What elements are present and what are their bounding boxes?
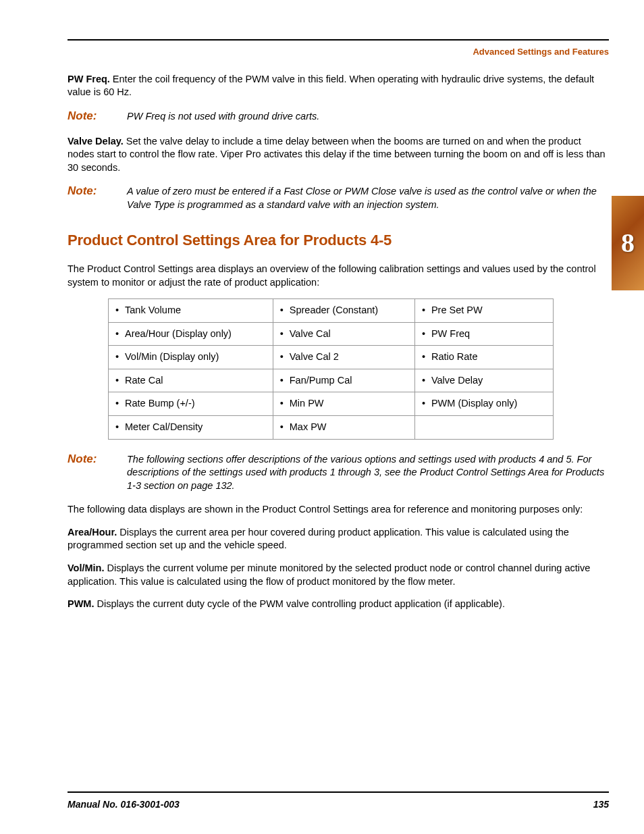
table-cell: Spreader (Constant) bbox=[273, 299, 414, 323]
table-cell: Min PW bbox=[273, 392, 414, 416]
note-text: The following sections offer description… bbox=[127, 452, 609, 493]
table-row: Vol/Min (Display only) Valve Cal 2 Ratio… bbox=[109, 346, 554, 369]
area-hour-text: Displays the current area per hour cover… bbox=[68, 527, 569, 551]
pw-freq-label: PW Freq. bbox=[68, 74, 110, 84]
settings-table: Tank Volume Spreader (Constant) Pre Set … bbox=[108, 298, 554, 439]
table-cell: Area/Hour (Display only) bbox=[109, 322, 273, 346]
note-label: Note: bbox=[68, 109, 127, 124]
note-text: A value of zero must be entered if a Fas… bbox=[127, 184, 609, 211]
display-intro-paragraph: The following data displays are shown in… bbox=[68, 503, 609, 517]
intro-paragraph: The Product Control Settings area displa… bbox=[68, 263, 609, 289]
header-rule bbox=[68, 39, 609, 41]
header-title: Advanced Settings and Features bbox=[68, 46, 609, 58]
footer-rule bbox=[68, 791, 609, 793]
pwm-label: PWM. bbox=[68, 598, 94, 609]
table-cell: Rate Cal bbox=[109, 369, 273, 392]
pwm-text: Displays the current duty cycle of the P… bbox=[94, 598, 504, 609]
pwm-paragraph: PWM. Displays the current duty cycle of … bbox=[68, 598, 609, 611]
table-cell: Tank Volume bbox=[109, 299, 273, 323]
valve-delay-label: Valve Delay. bbox=[68, 136, 124, 147]
valve-delay-paragraph: Valve Delay. Set the valve delay to incl… bbox=[68, 135, 609, 175]
note-pw-freq: Note: PW Freq is not used with ground dr… bbox=[68, 109, 609, 124]
table-cell: PWM (Display only) bbox=[414, 392, 553, 416]
table-cell: Rate Bump (+/-) bbox=[109, 392, 273, 416]
note-valve-delay: Note: A value of zero must be entered if… bbox=[68, 184, 609, 211]
chapter-tab: 8 bbox=[612, 196, 644, 290]
vol-min-paragraph: Vol/Min. Displays the current volume per… bbox=[68, 562, 609, 588]
pw-freq-paragraph: PW Freq. Enter the coil frequency of the… bbox=[68, 73, 609, 99]
table-cell: Ratio Rate bbox=[414, 346, 553, 369]
table-cell: Valve Delay bbox=[414, 369, 553, 392]
manual-number: Manual No. 016-3001-003 bbox=[68, 798, 180, 811]
area-hour-label: Area/Hour. bbox=[68, 527, 117, 538]
note-sections: Note: The following sections offer descr… bbox=[68, 452, 609, 493]
table-row: Tank Volume Spreader (Constant) Pre Set … bbox=[109, 299, 554, 323]
valve-delay-text: Set the valve delay to include a time de… bbox=[68, 136, 606, 173]
page-number: 135 bbox=[593, 798, 609, 811]
chapter-number: 8 bbox=[621, 225, 635, 261]
footer: Manual No. 016-3001-003 135 bbox=[68, 791, 609, 811]
vol-min-text: Displays the current volume per minute m… bbox=[68, 563, 590, 587]
table-cell: Fan/Pump Cal bbox=[273, 369, 414, 392]
table-cell: Meter Cal/Density bbox=[109, 416, 273, 440]
table-row: Meter Cal/Density Max PW bbox=[109, 416, 554, 440]
table-row: Rate Cal Fan/Pump Cal Valve Delay bbox=[109, 369, 554, 392]
table-cell: Pre Set PW bbox=[414, 299, 553, 323]
table-cell: Max PW bbox=[273, 416, 414, 440]
table-cell: Vol/Min (Display only) bbox=[109, 346, 273, 369]
section-title: Product Control Settings Area for Produc… bbox=[68, 230, 609, 251]
table-cell: PW Freq bbox=[414, 322, 553, 346]
note-text: PW Freq is not used with ground drive ca… bbox=[127, 109, 609, 124]
table-cell: Valve Cal 2 bbox=[273, 346, 414, 369]
pw-freq-text: Enter the coil frequency of the PWM valv… bbox=[68, 74, 594, 98]
area-hour-paragraph: Area/Hour. Displays the current area per… bbox=[68, 526, 609, 552]
table-cell-empty bbox=[414, 416, 553, 440]
note-label: Note: bbox=[68, 452, 127, 493]
table-cell: Valve Cal bbox=[273, 322, 414, 346]
table-row: Rate Bump (+/-) Min PW PWM (Display only… bbox=[109, 392, 554, 416]
vol-min-label: Vol/Min. bbox=[68, 563, 105, 573]
note-label: Note: bbox=[68, 184, 127, 211]
table-row: Area/Hour (Display only) Valve Cal PW Fr… bbox=[109, 322, 554, 346]
